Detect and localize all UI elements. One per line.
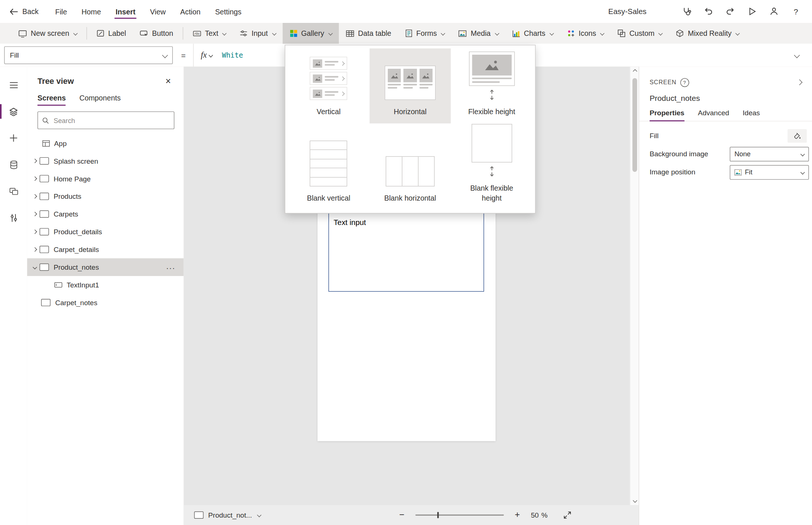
fit-to-window-button[interactable] [563, 511, 572, 519]
tree-item-carpet-details[interactable]: Carpet_details [27, 241, 184, 258]
tree-item-app[interactable]: App [27, 134, 184, 152]
icons-menu-button[interactable]: Icons [560, 23, 610, 44]
account-button[interactable] [765, 3, 783, 20]
fx-button[interactable]: fx [201, 51, 213, 60]
chevron-right-icon[interactable] [32, 247, 37, 252]
tab-components[interactable]: Components [79, 92, 121, 106]
gallery-option-vertical[interactable]: Vertical [288, 48, 370, 123]
charts-menu-button[interactable]: Charts [505, 23, 560, 44]
power-apps-studio: Back File Home Insert View Action Settin… [0, 0, 812, 525]
advanced-tools-icon [10, 213, 17, 222]
tab-screens[interactable]: Screens [37, 92, 66, 106]
gallery-option-flexible-height[interactable]: Flexible height [451, 48, 532, 123]
input-menu-button[interactable]: Input [233, 23, 282, 44]
image-icon [734, 169, 742, 175]
background-image-dropdown[interactable]: None [730, 147, 809, 161]
tree-item-splash-screen[interactable]: Splash screen [27, 152, 184, 170]
chevron-right-icon[interactable] [32, 212, 37, 216]
search-input[interactable] [52, 116, 169, 125]
rail-insert-button[interactable] [0, 126, 27, 150]
zoom-slider-thumb[interactable] [437, 512, 439, 518]
gallery-option-blank-horizontal[interactable]: Blank horizontal [369, 123, 451, 210]
fill-color-button[interactable] [788, 129, 807, 143]
tab-ideas[interactable]: Ideas [743, 107, 760, 121]
chevron-right-icon[interactable] [32, 159, 37, 163]
chevron-right-icon[interactable] [32, 194, 37, 198]
chevron-down-icon [658, 31, 663, 35]
rail-media-button[interactable] [0, 179, 27, 203]
redo-button[interactable] [722, 3, 739, 20]
menu-home[interactable]: Home [74, 1, 108, 21]
tree-item-home-page[interactable]: Home Page [27, 170, 184, 188]
rail-data-button[interactable] [0, 153, 27, 177]
tree-item-products[interactable]: Products [27, 187, 184, 205]
mixed-reality-icon [676, 29, 684, 38]
text-input-control[interactable]: Text input [328, 211, 484, 292]
property-selector[interactable]: Fill [4, 46, 173, 64]
menu-settings[interactable]: Settings [208, 1, 249, 21]
forms-menu-button[interactable]: Forms [398, 23, 452, 44]
chevron-down-icon[interactable] [32, 265, 37, 269]
rail-advanced-tools-button[interactable] [0, 206, 27, 230]
scroll-up-icon[interactable] [630, 67, 639, 76]
tree-search[interactable] [37, 112, 174, 129]
tree-item-textinput1[interactable]: TextInput1 [27, 276, 184, 294]
mixed-reality-menu-button[interactable]: Mixed Reality [669, 23, 746, 44]
screen-icon [40, 175, 49, 183]
panel-collapse-button[interactable] [793, 76, 806, 89]
gallery-option-blank-vertical[interactable]: Blank vertical [288, 123, 370, 210]
button-button[interactable]: Button [133, 23, 180, 44]
tree-item-product-notes[interactable]: Product_notes ··· [27, 258, 184, 276]
undo-button[interactable] [700, 3, 717, 20]
gallery-option-horizontal[interactable]: Horizontal [369, 48, 451, 123]
media-menu-button[interactable]: Media [452, 23, 505, 44]
zoom-in-button[interactable]: + [512, 510, 523, 520]
label-button[interactable]: Label [89, 23, 133, 44]
zoom-out-button[interactable]: − [397, 510, 407, 520]
zoom-slider[interactable] [415, 511, 504, 519]
tree-list: App Splash screen Home Page Products Car [27, 134, 184, 311]
scroll-down-icon[interactable] [630, 496, 639, 505]
image-position-dropdown[interactable]: Fit [730, 165, 809, 179]
text-input-icon [54, 282, 63, 288]
chevron-right-icon[interactable] [32, 229, 37, 234]
custom-menu-button[interactable]: Custom [611, 23, 669, 44]
help-circle-icon[interactable]: ? [680, 78, 689, 87]
play-preview-button[interactable] [743, 3, 761, 20]
menu-file[interactable]: File [48, 1, 74, 21]
tab-properties[interactable]: Properties [650, 107, 684, 121]
tab-advanced[interactable]: Advanced [698, 107, 729, 121]
close-icon[interactable]: × [162, 75, 174, 88]
rail-hamburger-button[interactable] [0, 73, 27, 97]
data-table-button[interactable]: Data table [339, 23, 398, 44]
chevron-right-icon[interactable] [32, 177, 37, 181]
fx-icon: fx [201, 51, 207, 60]
tree-view-icon [9, 107, 18, 116]
text-menu-button[interactable]: Abc Text [186, 23, 233, 44]
main-menu: File Home Insert View Action Settings [48, 1, 249, 21]
menu-view[interactable]: View [143, 1, 173, 21]
more-options-button[interactable]: ··· [166, 263, 179, 272]
scrollbar-thumb[interactable] [633, 78, 637, 172]
panel-header-label: SCREEN [650, 79, 676, 85]
image-position-value: Fit [745, 168, 752, 176]
formula-text[interactable]: White [222, 51, 243, 59]
hamburger-icon [9, 82, 18, 88]
app-checker-button[interactable] [678, 3, 695, 20]
gallery-option-blank-flexible-height[interactable]: Blank flexible height [451, 123, 532, 210]
tree-item-carpet-notes[interactable]: Carpet_notes [27, 294, 184, 311]
menu-action[interactable]: Action [173, 1, 208, 21]
canvas-scrollbar[interactable] [630, 67, 639, 505]
new-screen-button[interactable]: New screen [11, 23, 84, 44]
gallery-menu-button[interactable]: Gallery [282, 23, 339, 44]
help-button[interactable]: ? [787, 3, 805, 20]
chevron-down-icon [441, 31, 445, 35]
tree-item-carpets[interactable]: Carpets [27, 205, 184, 223]
back-button[interactable]: Back [9, 7, 38, 16]
screen-selector[interactable]: Product_not... [194, 511, 261, 519]
tree-item-product-details[interactable]: Product_details [27, 223, 184, 241]
rail-tree-view-button[interactable] [0, 99, 27, 123]
chevron-down-icon [801, 152, 805, 156]
formula-bar-expand-button[interactable] [790, 48, 804, 62]
menu-insert[interactable]: Insert [108, 1, 143, 21]
